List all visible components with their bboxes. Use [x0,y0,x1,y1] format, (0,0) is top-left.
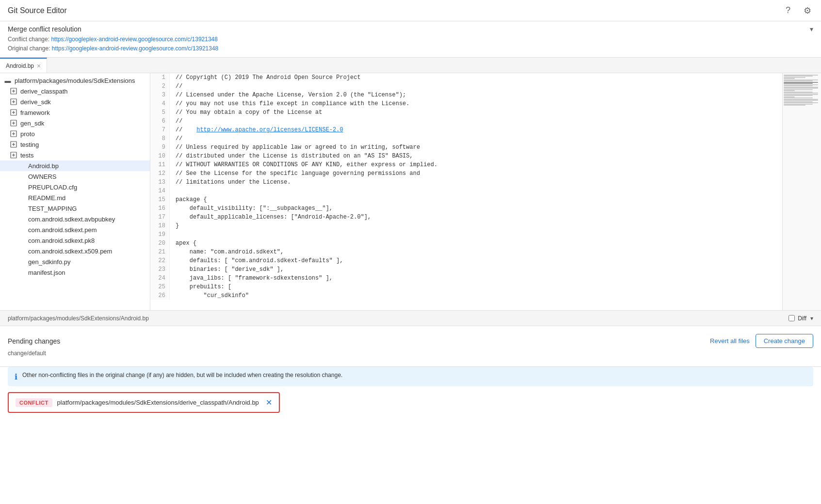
tree-item-gen_sdkinfo[interactable]: gen_sdkinfo.py [0,256,150,267]
code-line: 24 java_libs: [ "framework-sdkextensions… [150,274,782,283]
tree-item-label: OWNERS [28,173,57,180]
top-bar-actions: ? ⚙ [782,5,813,16]
diff-checkbox[interactable] [789,315,795,321]
tree-item-label: TEST_MAPPING [28,205,77,212]
revert-all-button[interactable]: Revert all files [710,337,750,345]
license-link[interactable]: http://www.apache.org/licenses/LICENSE-2… [196,126,343,133]
code-editor[interactable]: 1// Copyright (C) 2019 The Android Open … [150,73,782,310]
tree-item-label: manifest.json [28,269,65,276]
line-number: 22 [150,256,170,265]
file-icon [17,215,25,223]
tab-close-icon[interactable]: × [37,62,41,70]
tree-item-avbpubkey[interactable]: com.android.sdkext.avbpubkey [0,214,150,224]
line-content: "cur_sdkinfo" [170,291,782,300]
folder-icon [10,98,17,106]
tree-item-pk8[interactable]: com.android.sdkext.pk8 [0,235,150,246]
tab-android-bp[interactable]: Android.bp × [0,58,47,73]
merge-dropdown-icon[interactable]: ▾ [810,25,813,33]
conflict-close-icon[interactable]: ✕ [266,398,272,407]
tree-item-x509pem[interactable]: com.android.sdkext.x509.pem [0,246,150,256]
line-content: } [170,221,782,230]
tree-item-pem[interactable]: com.android.sdkext.pem [0,224,150,235]
line-number: 7 [150,126,170,134]
code-line: 3// Licensed under the Apache License, V… [150,91,782,99]
tree-item-label: tests [20,152,33,159]
code-line: 4// you may not use this file except in … [150,99,782,108]
original-change-label: Original change: [8,45,50,52]
tree-item-label: derive_classpath [20,88,68,95]
merge-header: Merge conflict resolution ▾ Conflict cha… [0,21,821,58]
code-line: 12// See the License for the specific la… [150,169,782,178]
line-content: // You may obtain a copy of the License … [170,108,782,117]
folder-icon [10,109,17,116]
tree-item-label: derive_sdk [20,98,51,106]
tree-item-test_mapping[interactable]: TEST_MAPPING [0,203,150,214]
app-title: Git Source Editor [8,6,67,15]
original-change-link[interactable]: https://googleplex-android-review.google… [52,45,219,52]
code-line: 2// [150,82,782,91]
tree-item-label: Android.bp [28,162,59,170]
tree-item-label: README.md [28,194,65,202]
line-number: 16 [150,204,170,213]
line-number: 11 [150,160,170,169]
code-line: 16 default_visibility: [":__subpackages_… [150,204,782,213]
create-change-button[interactable]: Create change [756,334,813,348]
tree-item-owners[interactable]: OWNERS [0,171,150,182]
line-number: 9 [150,143,170,152]
info-text: Other non-conflicting files in the origi… [22,372,342,378]
line-number: 4 [150,99,170,108]
tree-root[interactable]: ▬ platform/packages/modules/SdkExtension… [0,75,150,86]
info-icon: ℹ [15,372,17,381]
settings-icon[interactable]: ⚙ [802,5,813,16]
minimap [782,73,821,310]
line-number: 25 [150,283,170,291]
line-content: // you may not use this file except in c… [170,99,782,108]
diff-dropdown-icon[interactable]: ▾ [810,315,813,322]
folder-icon [10,151,17,159]
tree-item-derive_classpath[interactable]: derive_classpath [0,86,150,96]
tree-item-label: gen_sdk [20,120,44,127]
file-tree: ▬ platform/packages/modules/SdkExtension… [0,73,150,310]
tree-item-manifest[interactable]: manifest.json [0,267,150,278]
line-number: 26 [150,291,170,300]
file-icon [17,247,25,255]
line-content: // limitations under the License. [170,178,782,187]
tree-item-readme[interactable]: README.md [0,192,150,203]
tree-item-proto[interactable]: proto [0,128,150,139]
code-line: 19 [150,230,782,239]
code-line: 10// distributed under the License is di… [150,152,782,160]
tree-item-framework[interactable]: framework [0,107,150,118]
help-icon[interactable]: ? [782,5,794,16]
pending-title: Pending changes [8,337,60,345]
code-line: 13// limitations under the License. [150,178,782,187]
line-content [170,187,782,195]
line-number: 12 [150,169,170,178]
conflict-path: platform/packages/modules/SdkExtensions/… [57,399,259,406]
file-icon [17,236,25,244]
conflict-change-link[interactable]: https://googleplex-android-review.google… [51,36,218,43]
code-line: 6// [150,117,782,126]
line-content: // See the License for the specific lang… [170,169,782,178]
line-content: package { [170,195,782,204]
tree-item-preupload[interactable]: PREUPLOAD.cfg [0,182,150,192]
tree-item-tests[interactable]: tests [0,150,150,160]
line-number: 13 [150,178,170,187]
conflict-section: CONFLICT platform/packages/modules/SdkEx… [0,392,821,421]
line-number: 5 [150,108,170,117]
file-icon [17,183,25,191]
tree-item-label: PREUPLOAD.cfg [28,184,77,191]
status-bar: platform/packages/modules/SdkExtensions/… [0,311,821,326]
line-number: 14 [150,187,170,195]
tree-item-derive_sdk[interactable]: derive_sdk [0,96,150,107]
file-icon [17,173,25,180]
tree-item-gen_sdk[interactable]: gen_sdk [0,118,150,128]
folder-icon [10,119,17,127]
tree-item-testing[interactable]: testing [0,139,150,150]
status-right: Diff ▾ [789,315,813,322]
code-line: 26 "cur_sdkinfo" [150,291,782,300]
info-banner: ℹ Other non-conflicting files in the ori… [8,367,813,386]
tree-item-android_bp[interactable]: Android.bp [0,160,150,171]
code-line: 17 default_applicable_licenses: ["Androi… [150,213,782,221]
line-content: // [170,82,782,91]
line-content: // Licensed under the Apache License, Ve… [170,91,782,99]
